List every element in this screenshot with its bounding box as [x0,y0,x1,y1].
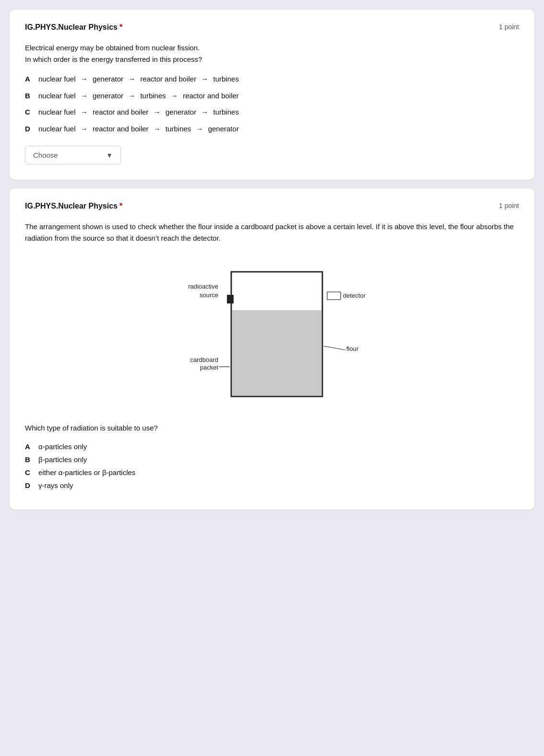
radiation-option-B-text: β-particles only [38,455,87,464]
radiation-option-C: C either α-particles or β-particles [25,468,519,477]
question-2-header: IG.PHYS.Nuclear Physics* 1 point [25,202,519,210]
svg-rect-3 [227,295,234,303]
svg-text:cardboard: cardboard [190,356,218,363]
option-B: B nuclear fuel → generator → turbines → … [25,91,519,102]
chevron-down-icon: ▼ [106,151,113,159]
question-2-question-text: Which type of radiation is suitable to u… [25,424,158,432]
radiation-option-C-text: either α-particles or β-particles [38,468,135,477]
radiation-option-D-text: γ-rays only [38,481,73,489]
question-2-asterisk: * [119,202,122,210]
question-2-text1: The arrangement shown is used to check w… [25,222,514,242]
question-1-text2: In which order is the energy transferred… [25,54,519,65]
question-1-card: IG.PHYS.Nuclear Physics* 1 point Electri… [10,10,534,180]
question-2-points: 1 point [499,202,519,209]
question-1-title-text: IG.PHYS.Nuclear Physics [25,23,118,31]
svg-line-12 [324,346,345,350]
diagram-svg: radioactive source detector cardboard pa… [147,257,397,411]
question-1-points: 1 point [499,23,519,31]
svg-text:source: source [200,291,218,299]
radiation-option-A-text: α-particles only [38,442,87,451]
svg-text:flour: flour [346,345,359,352]
dropdown-label: Choose [33,151,100,159]
question-1-asterisk: * [119,23,122,31]
question-1-text-block: Electrical energy may be obtained from n… [25,42,519,65]
svg-rect-1 [231,310,322,396]
svg-text:packet: packet [200,364,219,371]
svg-text:detector: detector [343,292,366,299]
option-A: A nuclear fuel → generator → reactor and… [25,74,519,85]
question-2-question: Which type of radiation is suitable to u… [25,422,519,434]
radiation-option-D: D γ-rays only [25,481,519,489]
question-1-options: A nuclear fuel → generator → reactor and… [25,74,519,134]
question-2-options: A α-particles only B β-particles only C … [25,442,519,489]
question-2-text: The arrangement shown is used to check w… [25,221,519,244]
question-1-text1: Electrical energy may be obtained from n… [25,42,519,54]
radiation-diagram: radioactive source detector cardboard pa… [25,257,519,411]
question-2-title-text: IG.PHYS.Nuclear Physics [25,202,118,210]
option-C: C nuclear fuel → reactor and boiler → ge… [25,107,519,118]
radiation-option-A: A α-particles only [25,442,519,451]
svg-rect-4 [327,292,341,300]
question-2-card: IG.PHYS.Nuclear Physics* 1 point The arr… [10,188,534,510]
question-1-header: IG.PHYS.Nuclear Physics* 1 point [25,23,519,32]
svg-text:radioactive: radioactive [188,283,218,290]
radiation-option-B: B β-particles only [25,455,519,464]
option-D: D nuclear fuel → reactor and boiler → tu… [25,124,519,135]
question-2-title: IG.PHYS.Nuclear Physics* [25,202,122,210]
question-1-title: IG.PHYS.Nuclear Physics* [25,23,122,32]
answer-dropdown[interactable]: Choose ▼ [25,146,121,164]
